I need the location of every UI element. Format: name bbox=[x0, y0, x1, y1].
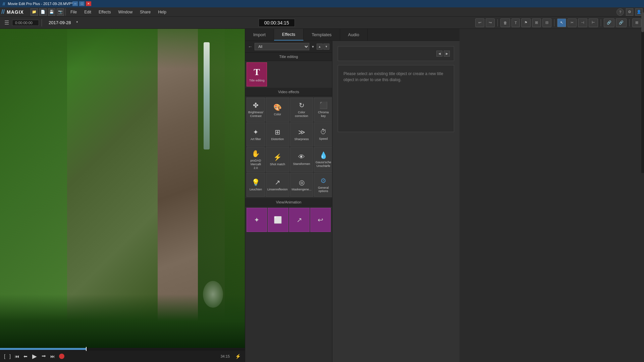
mark-in-button[interactable]: [ bbox=[3, 353, 7, 360]
preview-progress-bar[interactable] bbox=[0, 348, 245, 350]
project-name-display: 2017-09-28 bbox=[49, 20, 71, 25]
prodad-icon: ✋ bbox=[252, 149, 260, 158]
effect-title-editing[interactable]: T Title editing bbox=[247, 62, 267, 86]
razor-tool[interactable]: ✂ bbox=[568, 18, 577, 27]
color-correction-label: Color correction bbox=[292, 111, 312, 118]
right-panel: Import Effects Templates Audio ← All ▼ ▲… bbox=[245, 29, 460, 362]
effect-general-options[interactable]: ⚙ General options bbox=[314, 173, 332, 197]
category-filter[interactable]: All bbox=[255, 43, 309, 50]
effect-leuchten[interactable]: 💡 Leuchten bbox=[247, 173, 265, 197]
settings-icon[interactable]: ⚙ bbox=[626, 8, 633, 16]
redo-button[interactable]: ↪ bbox=[486, 18, 495, 27]
menu-help[interactable]: Help bbox=[155, 9, 170, 15]
slip-tool[interactable]: ⊢ bbox=[589, 18, 598, 27]
tab-effects[interactable]: Effects bbox=[274, 29, 304, 41]
group-button[interactable]: ⊞ bbox=[532, 18, 541, 27]
effect-sharpness[interactable]: ≫ Sharpness bbox=[290, 122, 313, 146]
undo-button[interactable]: ↩ bbox=[475, 18, 484, 27]
maximize-button[interactable]: □ bbox=[79, 1, 85, 6]
next-frame-button[interactable]: ⮕ bbox=[40, 353, 48, 360]
va-icon-4: ↩ bbox=[318, 216, 323, 224]
effect-color[interactable]: 🎨 Color bbox=[266, 98, 289, 122]
sep4 bbox=[601, 19, 601, 26]
effect-linsenreflexion[interactable]: ↗ Linsenreflexion bbox=[266, 173, 289, 197]
video-effects-label: Video effects bbox=[245, 88, 332, 96]
play-button[interactable]: ▶ bbox=[30, 352, 39, 361]
group-link-tool[interactable]: 🔗 bbox=[616, 18, 627, 27]
va-item-4[interactable]: ↩ bbox=[310, 208, 331, 232]
save-icon[interactable]: 💾 bbox=[48, 8, 55, 16]
stitch-button[interactable]: ⊟ bbox=[542, 18, 551, 27]
effect-speed[interactable]: ⏱ Speed bbox=[314, 122, 332, 146]
title-bar-icon: // bbox=[3, 1, 5, 6]
back-button[interactable]: ← bbox=[248, 44, 253, 49]
effect-brightness-contrast[interactable]: ✤ Brightness/ Contrast bbox=[247, 98, 265, 122]
waterfall-overlay bbox=[0, 29, 245, 348]
menu-items: File Edit Effects Window Share Help bbox=[67, 9, 170, 15]
mark-out-button[interactable]: ] bbox=[8, 353, 12, 360]
info-prev-button[interactable]: ◀ bbox=[436, 51, 442, 57]
open-folder-icon[interactable]: 📁 bbox=[31, 8, 38, 16]
menu-share[interactable]: Share bbox=[137, 9, 154, 15]
marker-button[interactable]: ⚑ bbox=[521, 18, 531, 27]
va-icon-2: ⬜ bbox=[274, 216, 282, 224]
title-editing-label: Title editing bbox=[245, 53, 332, 61]
hamburger-menu-icon[interactable]: ☰ bbox=[3, 19, 11, 27]
select-tool[interactable]: ↖ bbox=[557, 18, 566, 27]
stransformen-icon: 👁 bbox=[298, 153, 305, 161]
effect-maskengen[interactable]: ◎ Maskengene... bbox=[290, 173, 313, 197]
scroll-down-button[interactable]: ▼ bbox=[323, 44, 329, 50]
app-layout: [ ] ⏮ ⬅ ▶ ⮕ ⏭ 34:15 ⚡ Import Effects Tem… bbox=[0, 29, 644, 362]
tab-templates[interactable]: Templates bbox=[304, 29, 340, 41]
tab-audio[interactable]: Audio bbox=[340, 29, 368, 41]
gaussche-icon: 💧 bbox=[319, 151, 328, 159]
menu-edit[interactable]: Edit bbox=[81, 9, 95, 15]
menu-file[interactable]: File bbox=[67, 9, 80, 15]
new-icon[interactable]: 📄 bbox=[39, 8, 47, 16]
menu-window[interactable]: Window bbox=[115, 9, 136, 15]
trim-tool[interactable]: ⊣ bbox=[578, 18, 587, 27]
effect-stransformen[interactable]: 👁 Stansformen bbox=[290, 147, 313, 172]
next-marker-button[interactable]: ⏭ bbox=[49, 353, 56, 360]
text-tool-button[interactable]: T bbox=[512, 18, 520, 27]
effect-prodad[interactable]: ✋ proDAD Mercalli 2.0 bbox=[247, 147, 265, 172]
edit-tools: ↩ ↪ 🗑 T ⚑ ⊞ ⊟ ↖ ✂ ⊣ ⊢ 🔗 🔗 ⊞ bbox=[475, 18, 641, 27]
chroma-key-label: Chroma key bbox=[316, 111, 331, 118]
maskengen-label: Maskengene... bbox=[292, 188, 312, 191]
effect-art-filter[interactable]: ✦ Art filter bbox=[247, 122, 265, 146]
color-icon: 🎨 bbox=[273, 103, 282, 111]
waterfall-stream bbox=[204, 42, 210, 149]
scroll-up-button[interactable]: ▲ bbox=[317, 44, 323, 50]
effects-info-panel: ◀ ▶ Please select an existing title obje… bbox=[332, 41, 460, 362]
effect-shot-match[interactable]: ⚡ Shot match bbox=[266, 147, 289, 172]
info-next-button[interactable]: ▶ bbox=[444, 51, 450, 57]
tab-import[interactable]: Import bbox=[245, 29, 274, 41]
va-item-2[interactable]: ⬜ bbox=[268, 208, 288, 232]
va-item-1[interactable]: ✦ bbox=[247, 208, 267, 232]
record-button[interactable] bbox=[59, 354, 64, 359]
effect-gaussche[interactable]: 💧 Gauss'sche Unschärfe bbox=[314, 147, 332, 172]
linsenreflexion-icon: ↗ bbox=[275, 178, 280, 186]
split-button[interactable]: ⊞ bbox=[632, 18, 641, 27]
minimize-button[interactable]: ─ bbox=[72, 1, 78, 6]
help-icon[interactable]: ? bbox=[616, 8, 624, 16]
info-message-box: Please select an existing title object o… bbox=[338, 65, 454, 132]
playhead-timecode-center: 00:00:34:15 bbox=[79, 19, 474, 27]
effect-distortion[interactable]: ⊞ Distortion bbox=[266, 122, 289, 146]
va-item-3[interactable]: ↗ bbox=[289, 208, 310, 232]
prev-marker-button[interactable]: ⏮ bbox=[13, 353, 21, 360]
speed-label: Speed bbox=[319, 137, 328, 141]
export-icon[interactable]: 📷 bbox=[57, 8, 64, 16]
menu-effects[interactable]: Effects bbox=[95, 9, 114, 15]
effect-color-correction[interactable]: ↻ Color correction bbox=[290, 98, 313, 122]
delete-button[interactable]: 🗑 bbox=[500, 18, 510, 27]
sharpness-label: Sharpness bbox=[294, 137, 309, 141]
close-button[interactable]: ✕ bbox=[86, 1, 91, 6]
effect-chroma-key[interactable]: ⬛ Chroma key bbox=[314, 98, 332, 122]
video-effects-grid: ✤ Brightness/ Contrast 🎨 Color ↻ Color c… bbox=[245, 96, 332, 198]
prev-frame-button[interactable]: ⬅ bbox=[22, 353, 29, 360]
preview-area: [ ] ⏮ ⬅ ▶ ⮕ ⏭ 34:15 ⚡ bbox=[0, 29, 245, 362]
fullscreen-button[interactable]: ⚡ bbox=[234, 353, 242, 360]
snap-tool[interactable]: 🔗 bbox=[604, 18, 614, 27]
progress-handle[interactable] bbox=[86, 347, 87, 351]
